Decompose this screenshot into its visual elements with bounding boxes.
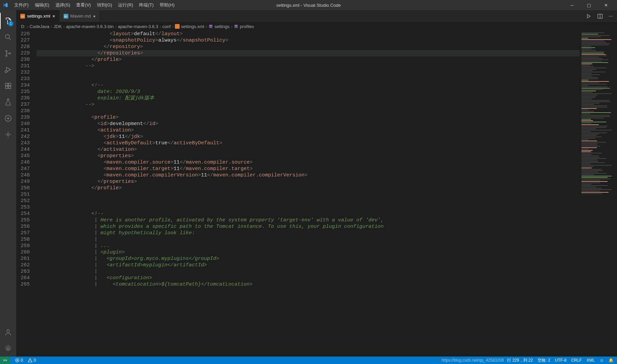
status-spaces[interactable]: 空格: 2 [538,358,550,363]
status-warnings[interactable]: 0 [28,358,36,363]
svg-rect-18 [175,24,180,29]
menu-file[interactable]: 文件(F) [12,1,31,9]
menu-terminal[interactable]: 终端(T) [136,1,156,9]
svg-rect-8 [8,83,11,86]
crumb[interactable]: profiles [234,24,254,29]
status-cursor[interactable]: 行 229，列 22 [507,358,533,363]
explorer-badge: 1 [8,21,14,26]
menu-view[interactable]: 查看(V) [73,1,93,9]
breadcrumbs: D:› CodeJava› JDK› apache-maven-3.6.3-bi… [16,22,617,31]
status-errors[interactable]: 0 [15,358,23,363]
extensions-icon[interactable] [0,78,16,94]
tab-label: Maven.md [70,14,91,19]
status-lang[interactable]: XML [587,358,595,363]
tab-settings-xml[interactable]: <> settings.xml × [16,10,60,22]
editor[interactable]: 2262272282292302312322332342352362372382… [16,31,617,357]
editor-tabs: <> settings.xml × M↓ Maven.md ● ⋯ [16,10,617,22]
crumb[interactable]: settings.xml [175,24,204,29]
crumb[interactable]: JDK [53,24,62,29]
svg-point-4 [5,71,7,73]
svg-rect-6 [5,86,8,89]
menu-bar: 文件(F) 编辑(E) 选择(S) 查看(V) 转到(G) 运行(R) 终端(T… [12,1,177,9]
maximize-icon[interactable]: ▢ [584,3,594,8]
close-icon[interactable]: ✕ [601,3,611,8]
explorer-icon[interactable]: 1 [0,13,16,29]
bookmarks-icon[interactable] [0,110,16,126]
status-encoding[interactable]: UTF-8 [555,358,567,363]
status-bar: 0 0 https://blog.csdn.net/qq_42583206 行 … [0,357,617,364]
testing-icon[interactable] [0,94,16,110]
svg-rect-7 [8,86,11,89]
source-control-icon[interactable] [0,45,16,62]
minimize-icon[interactable]: ─ [567,3,577,8]
tab-label: settings.xml [27,14,50,19]
menu-goto[interactable]: 转到(G) [94,1,115,9]
titlebar: 文件(F) 编辑(E) 选择(S) 查看(V) 转到(G) 运行(R) 终端(T… [0,0,617,10]
svg-text:M↓: M↓ [64,15,67,18]
vscode-logo-icon [3,2,8,8]
gitlens-icon[interactable] [0,126,16,143]
window-controls: ─ ▢ ✕ [567,3,614,8]
crumb[interactable]: CodeJava [29,24,49,29]
crumb[interactable]: D: [21,24,25,29]
run-debug-icon[interactable] [0,62,16,78]
svg-rect-5 [5,83,8,86]
watermark-text: https://blog.csdn.net/qq_42583206 [441,358,504,363]
svg-point-0 [5,34,9,39]
menu-edit[interactable]: 编辑(E) [32,1,52,9]
svg-point-1 [6,50,7,52]
tab-close-icon[interactable]: × [52,14,55,19]
more-actions-icon[interactable]: ⋯ [609,14,613,19]
svg-point-12 [7,347,9,349]
status-eol[interactable]: CRLF [571,358,582,363]
svg-text:<>: <> [21,15,24,18]
svg-point-11 [7,330,9,332]
crumb[interactable]: conf [162,24,171,29]
crumb[interactable]: apache-maven-3.6.3-bin [66,24,114,29]
window-title: settings.xml - Visual Studio Code [276,3,341,8]
svg-point-3 [9,53,10,54]
crumb[interactable]: apache-maven-3.6.3 [118,24,158,29]
status-feedback-icon[interactable]: ☺ [600,358,604,363]
markdown-icon: M↓ [64,14,68,19]
tab-dirty-icon: ● [93,14,96,19]
code-content[interactable]: <layout>default</layout> <snapshotPolicy… [37,31,580,357]
run-icon[interactable] [586,13,592,19]
menu-run[interactable]: 运行(R) [115,1,136,9]
accounts-icon[interactable] [0,324,16,340]
svg-point-10 [7,134,9,136]
minimap[interactable] [580,31,617,357]
split-editor-icon[interactable] [597,13,603,19]
activity-bar: 1 [0,10,16,357]
tab-maven-md[interactable]: M↓ Maven.md ● [60,10,100,22]
menu-help[interactable]: 帮助(H) [157,1,177,9]
status-bell-icon[interactable]: 🔔 [609,358,614,363]
svg-point-2 [6,55,7,56]
xml-icon: <> [20,14,25,19]
settings-gear-icon[interactable] [0,340,16,357]
menu-selection[interactable]: 选择(S) [53,1,73,9]
remote-icon[interactable] [0,357,10,364]
line-gutter: 2262272282292302312322332342352362372382… [16,31,37,357]
search-icon[interactable] [0,29,16,45]
crumb[interactable]: settings [208,24,230,29]
